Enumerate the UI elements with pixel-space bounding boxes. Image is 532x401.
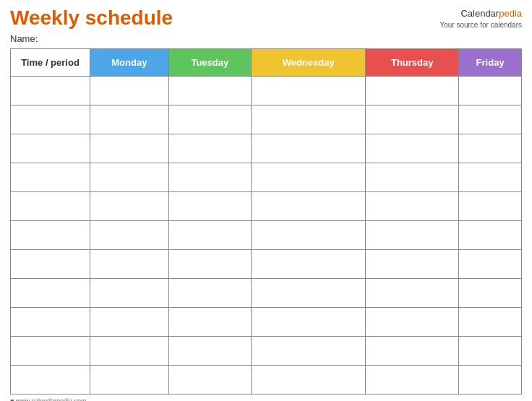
table-cell[interactable] bbox=[90, 134, 169, 163]
table-cell[interactable] bbox=[90, 279, 169, 308]
table-cell[interactable] bbox=[366, 221, 459, 250]
title-text: Weekly schedule bbox=[10, 7, 173, 29]
table-cell[interactable] bbox=[366, 279, 459, 308]
table-cell[interactable] bbox=[90, 221, 169, 250]
table-row bbox=[11, 192, 522, 221]
table-cell[interactable] bbox=[11, 308, 90, 337]
table-row bbox=[11, 279, 522, 308]
table-cell[interactable] bbox=[11, 77, 90, 105]
table-row bbox=[11, 337, 522, 366]
table-cell[interactable] bbox=[90, 337, 169, 366]
col-header-monday: Monday bbox=[90, 49, 169, 77]
table-cell[interactable] bbox=[90, 308, 169, 337]
table-cell[interactable] bbox=[168, 250, 251, 279]
table-row bbox=[11, 250, 522, 279]
table-cell[interactable] bbox=[366, 192, 459, 221]
header: Weekly schedule Calendarpedia Your sourc… bbox=[10, 7, 522, 30]
logo-area: Calendarpedia Your source for calendars bbox=[439, 7, 522, 30]
table-cell[interactable] bbox=[366, 250, 459, 279]
footer: ■ www.calendarpedia.com bbox=[10, 397, 522, 401]
table-row bbox=[11, 163, 522, 192]
table-cell[interactable] bbox=[168, 192, 251, 221]
table-cell[interactable] bbox=[11, 250, 90, 279]
table-cell[interactable] bbox=[459, 77, 522, 105]
logo-tagline: Your source for calendars bbox=[439, 20, 522, 30]
table-row bbox=[11, 308, 522, 337]
col-header-thursday: Thursday bbox=[366, 49, 459, 77]
table-cell[interactable] bbox=[168, 366, 251, 394]
table-row bbox=[11, 134, 522, 163]
table-row bbox=[11, 77, 522, 105]
table-row bbox=[11, 105, 522, 134]
table-cell[interactable] bbox=[11, 105, 90, 134]
table-cell[interactable] bbox=[168, 279, 251, 308]
footer-url: ■ www.calendarpedia.com bbox=[10, 397, 87, 401]
table-cell[interactable] bbox=[90, 77, 169, 105]
name-row: Name: bbox=[10, 33, 522, 44]
table-cell[interactable] bbox=[90, 192, 169, 221]
table-header-row: Time / period Monday Tuesday Wednesday T… bbox=[11, 49, 522, 77]
table-row bbox=[11, 366, 522, 394]
table-cell[interactable] bbox=[459, 105, 522, 134]
table-cell[interactable] bbox=[459, 366, 522, 394]
table-cell[interactable] bbox=[168, 77, 251, 105]
table-cell[interactable] bbox=[252, 105, 366, 134]
table-cell[interactable] bbox=[11, 366, 90, 394]
table-cell[interactable] bbox=[90, 163, 169, 192]
table-cell[interactable] bbox=[168, 134, 251, 163]
table-cell[interactable] bbox=[366, 134, 459, 163]
table-cell[interactable] bbox=[252, 250, 366, 279]
table-cell[interactable] bbox=[90, 105, 169, 134]
table-cell[interactable] bbox=[11, 279, 90, 308]
table-cell[interactable] bbox=[252, 279, 366, 308]
table-cell[interactable] bbox=[459, 279, 522, 308]
table-cell[interactable] bbox=[459, 221, 522, 250]
col-header-tuesday: Tuesday bbox=[168, 49, 251, 77]
table-cell[interactable] bbox=[168, 105, 251, 134]
table-cell[interactable] bbox=[252, 134, 366, 163]
page-title: Weekly schedule bbox=[10, 7, 173, 30]
table-cell[interactable] bbox=[168, 308, 251, 337]
table-cell[interactable] bbox=[366, 337, 459, 366]
table-cell[interactable] bbox=[459, 337, 522, 366]
table-cell[interactable] bbox=[11, 337, 90, 366]
table-cell[interactable] bbox=[459, 163, 522, 192]
table-cell[interactable] bbox=[366, 366, 459, 394]
table-cell[interactable] bbox=[252, 308, 366, 337]
table-cell[interactable] bbox=[252, 337, 366, 366]
table-cell[interactable] bbox=[252, 221, 366, 250]
table-cell[interactable] bbox=[11, 192, 90, 221]
table-cell[interactable] bbox=[168, 163, 251, 192]
table-cell[interactable] bbox=[11, 163, 90, 192]
table-row bbox=[11, 221, 522, 250]
table-cell[interactable] bbox=[168, 221, 251, 250]
table-cell[interactable] bbox=[366, 163, 459, 192]
table-cell[interactable] bbox=[459, 134, 522, 163]
table-cell[interactable] bbox=[90, 366, 169, 394]
col-header-wednesday: Wednesday bbox=[252, 49, 366, 77]
table-cell[interactable] bbox=[366, 308, 459, 337]
table-cell[interactable] bbox=[252, 163, 366, 192]
table-cell[interactable] bbox=[252, 366, 366, 394]
table-cell[interactable] bbox=[252, 77, 366, 105]
table-cell[interactable] bbox=[459, 250, 522, 279]
logo-pedia: pedia bbox=[499, 8, 522, 19]
table-cell[interactable] bbox=[459, 192, 522, 221]
table-cell[interactable] bbox=[366, 77, 459, 105]
table-body bbox=[11, 77, 522, 394]
page: Weekly schedule Calendarpedia Your sourc… bbox=[0, 0, 532, 401]
table-cell[interactable] bbox=[252, 192, 366, 221]
table-cell[interactable] bbox=[366, 105, 459, 134]
table-cell[interactable] bbox=[459, 308, 522, 337]
name-label: Name: bbox=[10, 33, 38, 44]
table-cell[interactable] bbox=[90, 250, 169, 279]
col-header-time: Time / period bbox=[11, 49, 90, 77]
logo-calendar: Calendar bbox=[460, 8, 499, 19]
table-cell[interactable] bbox=[11, 221, 90, 250]
col-header-friday: Friday bbox=[459, 49, 522, 77]
table-cell[interactable] bbox=[168, 337, 251, 366]
table-cell[interactable] bbox=[11, 134, 90, 163]
schedule-table: Time / period Monday Tuesday Wednesday T… bbox=[10, 48, 522, 394]
logo-brand: Calendarpedia bbox=[439, 7, 522, 20]
